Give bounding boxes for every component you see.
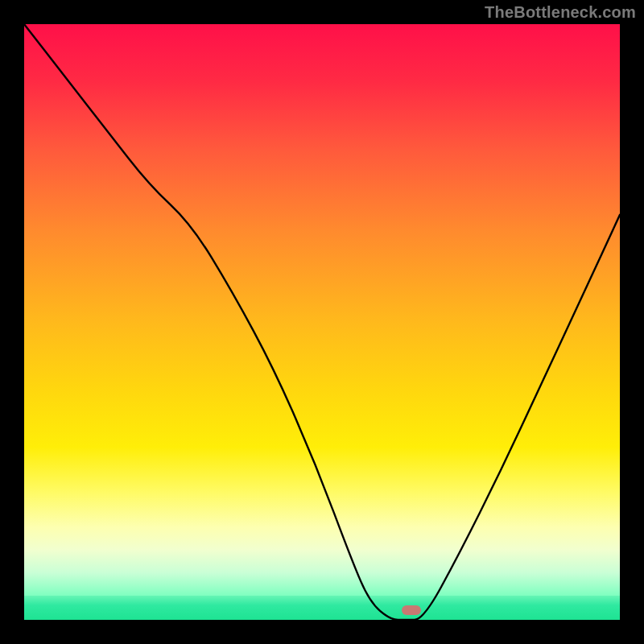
bottleneck-curve [24,24,620,620]
watermark-text: TheBottleneck.com [485,3,636,22]
plot-area [24,24,620,620]
optimum-marker [402,605,421,615]
chart-frame: TheBottleneck.com [0,0,644,644]
curve-layer [24,24,620,620]
